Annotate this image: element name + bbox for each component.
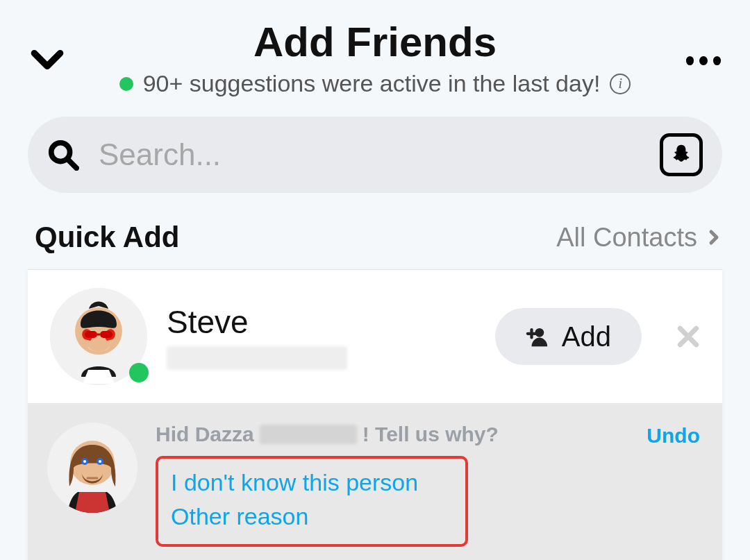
avatar[interactable] xyxy=(50,288,147,385)
active-indicator-dot xyxy=(119,77,133,91)
add-friend-label: Add xyxy=(562,321,611,353)
page-title: Add Friends xyxy=(0,18,750,66)
undo-hide-link[interactable]: Undo xyxy=(647,424,700,448)
chevron-right-icon xyxy=(706,229,722,246)
reason-options-highlight: I don't know this person Other reason xyxy=(156,456,468,547)
dismiss-suggestion-button[interactable] xyxy=(676,325,700,348)
hidden-name-redacted xyxy=(260,425,357,444)
svg-point-12 xyxy=(99,460,101,463)
add-friend-icon xyxy=(526,325,549,348)
presence-dot xyxy=(129,363,149,382)
svg-line-1 xyxy=(68,160,76,168)
search-input[interactable] xyxy=(99,137,640,172)
search-bar[interactable] xyxy=(28,117,722,193)
info-icon[interactable]: i xyxy=(610,74,631,94)
friend-name: Steve xyxy=(167,303,476,341)
search-icon xyxy=(47,139,79,171)
section-title-quick-add: Quick Add xyxy=(35,221,179,254)
svg-point-10 xyxy=(83,460,86,463)
friend-card: Steve Add xyxy=(28,270,722,403)
page-subtitle: 90+ suggestions were active in the last … xyxy=(143,70,601,97)
friend-username-redacted xyxy=(167,346,347,370)
more-icon[interactable] xyxy=(683,40,724,80)
svg-rect-5 xyxy=(100,331,112,338)
snapcode-icon[interactable] xyxy=(660,133,703,176)
avatar[interactable] xyxy=(47,423,138,513)
add-friend-button[interactable]: Add xyxy=(495,308,642,365)
reason-dont-know[interactable]: I don't know this person xyxy=(171,466,453,500)
reason-other[interactable]: Other reason xyxy=(171,500,453,534)
hid-text-suffix: ! Tell us why? xyxy=(362,423,499,446)
hidden-friend-card: Hid Dazza ! Tell us why? Undo I don't kn… xyxy=(28,403,722,560)
back-chevron-down-icon[interactable] xyxy=(28,40,67,79)
hid-text-prefix: Hid Dazza xyxy=(156,423,254,446)
svg-rect-4 xyxy=(85,331,97,338)
all-contacts-link[interactable]: All Contacts xyxy=(556,223,722,253)
all-contacts-label: All Contacts xyxy=(556,223,697,253)
